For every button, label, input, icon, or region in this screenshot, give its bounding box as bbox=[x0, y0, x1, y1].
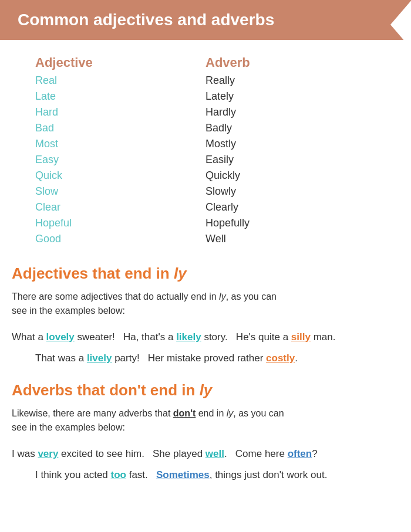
section2-heading-italic: ly bbox=[200, 381, 213, 399]
adverb-cell: Mostly bbox=[206, 136, 376, 152]
adjective-cell: Good bbox=[35, 231, 206, 247]
table-row: BadBadly bbox=[35, 120, 376, 136]
section2-body: Likewise, there are many adverbs that do… bbox=[0, 404, 411, 439]
adjective-cell: Bad bbox=[35, 120, 206, 136]
table-row: ClearClearly bbox=[35, 199, 376, 215]
word-well: well bbox=[206, 448, 224, 459]
adverb-cell: Well bbox=[206, 231, 376, 247]
section1-example-line1: What a lovely sweater! Ha, that's a like… bbox=[12, 327, 399, 347]
table-row: RealReally bbox=[35, 73, 376, 89]
adjective-cell: Late bbox=[35, 89, 206, 104]
table-row: SlowSlowly bbox=[35, 184, 376, 199]
section2-examples: I was very excited to see him. She playe… bbox=[0, 439, 411, 492]
adjective-cell: Clear bbox=[35, 199, 206, 215]
adjective-cell: Slow bbox=[35, 184, 206, 199]
page-title: Common adjectives and adverbs bbox=[18, 11, 393, 29]
adverb-cell: Clearly bbox=[206, 199, 376, 215]
table-row: HardHardly bbox=[35, 104, 376, 120]
section2-example-line1: I was very excited to see him. She playe… bbox=[12, 444, 399, 464]
adjective-cell: Hopeful bbox=[35, 215, 206, 231]
table-row: EasyEasily bbox=[35, 152, 376, 168]
table-row: GoodWell bbox=[35, 231, 376, 247]
section2-example-line2: I think you acted too fast. Sometimes, t… bbox=[12, 465, 399, 485]
adverb-cell: Hopefully bbox=[206, 215, 376, 231]
word-sometimes: Sometimes bbox=[156, 469, 210, 480]
word-silly: silly bbox=[291, 331, 311, 343]
word-likely: likely bbox=[176, 331, 201, 343]
adverb-cell: Easily bbox=[206, 152, 376, 168]
word-lively: lively bbox=[87, 353, 112, 364]
adjective-cell: Most bbox=[35, 136, 206, 152]
adverb-cell: Quickly bbox=[206, 168, 376, 184]
adjective-column-header: Adjective bbox=[35, 52, 206, 73]
table-row: LateLately bbox=[35, 89, 376, 104]
adjective-cell: Easy bbox=[35, 152, 206, 168]
section1-heading-italic: ly bbox=[174, 265, 187, 282]
adverb-cell: Lately bbox=[206, 89, 376, 104]
section2: Adverbs that don't end in ly Likewise, t… bbox=[0, 375, 411, 492]
table-row: MostMostly bbox=[35, 136, 376, 152]
word-very: very bbox=[38, 448, 58, 459]
adjective-cell: Quick bbox=[35, 168, 206, 184]
section1-examples: What a lovely sweater! Ha, that's a like… bbox=[0, 323, 411, 375]
word-costly: costly bbox=[266, 353, 295, 364]
adverb-cell: Hardly bbox=[206, 104, 376, 120]
section1-heading: Adjectives that end in ly bbox=[0, 259, 411, 287]
word-too: too bbox=[111, 469, 126, 480]
header-banner: Common adjectives and adverbs bbox=[0, 0, 411, 40]
adjective-cell: Real bbox=[35, 73, 206, 89]
table-row: HopefulHopefully bbox=[35, 215, 376, 231]
adjective-cell: Hard bbox=[35, 104, 206, 120]
word-table-section: Adjective Adverb RealReallyLateLatelyHar… bbox=[0, 46, 411, 259]
section1-body: There are some adjectives that do actual… bbox=[0, 287, 411, 323]
adverb-cell: Slowly bbox=[206, 184, 376, 199]
adverb-column-header: Adverb bbox=[206, 52, 376, 73]
section1: Adjectives that end in ly There are some… bbox=[0, 259, 411, 375]
section2-heading: Adverbs that don't end in ly bbox=[0, 375, 411, 404]
section1-example-line2: That was a lively party! Her mistake pro… bbox=[12, 348, 399, 368]
adverb-cell: Really bbox=[206, 73, 376, 89]
word-lovely: lovely bbox=[46, 331, 75, 343]
word-often: often bbox=[288, 448, 312, 459]
adjective-adverb-table: Adjective Adverb RealReallyLateLatelyHar… bbox=[35, 52, 376, 247]
adverb-cell: Badly bbox=[206, 120, 376, 136]
table-row: QuickQuickly bbox=[35, 168, 376, 184]
